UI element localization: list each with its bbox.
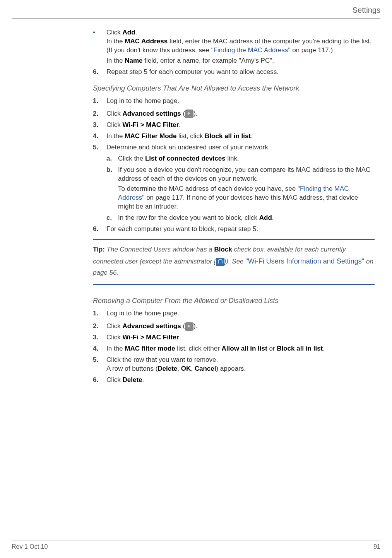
bold-text: Wi-Fi > MAC Filter [123, 334, 179, 341]
substep-marker: c. [106, 214, 118, 223]
step-number: 4. [93, 344, 106, 353]
step-3c: 3. Click Wi-Fi > MAC Filter. [93, 333, 375, 342]
text: Click the [118, 155, 145, 162]
text: list, click [176, 132, 205, 140]
text: The Connected Users window has a [107, 246, 214, 253]
text: . [135, 29, 137, 36]
step-number: 6. [93, 376, 106, 385]
text: field, enter a name, for example "Amy's … [143, 57, 274, 64]
bold-text: MAC Address [125, 38, 168, 45]
text: ( [181, 110, 185, 117]
footer-page-number: 91 [373, 543, 380, 550]
step-number: 2. [93, 110, 106, 118]
step-number: 6. [93, 225, 106, 234]
text: Click the row that you want to remove. [106, 356, 375, 365]
paragraph: In the MAC Address field, enter the MAC … [106, 37, 375, 55]
bold-text: MAC Filter Mode [125, 132, 176, 140]
bold-text: Add [259, 214, 272, 221]
step-body: Determine and block an undesired user of… [106, 143, 375, 152]
footer-revision: Rev 1 Oct.10 [12, 543, 48, 550]
page-footer: Rev 1 Oct.10 91 [12, 541, 380, 550]
bold-text: Allow all in list [222, 345, 267, 352]
text: on page 117.) [291, 46, 333, 54]
bold-text: Delete [157, 365, 177, 372]
step-number: 4. [93, 132, 106, 141]
text: Click [106, 376, 123, 383]
text: In the row for the device you want to bl… [118, 214, 259, 221]
step-5: 5. Determine and block an undesired user… [93, 143, 375, 152]
step-body: Click Advanced settings (). [106, 110, 375, 118]
bold-text: Block all in list [205, 132, 251, 140]
step-body: Click Delete. [106, 376, 375, 385]
step-number: 5. [93, 356, 106, 373]
tip-rule-bottom [93, 284, 375, 285]
paragraph: In the Name field, enter a name, for exa… [106, 56, 375, 65]
step-4c: 4. In the MAC filter mode list, click ei… [93, 344, 375, 353]
text: In the [106, 132, 125, 140]
step-body: Log in to the home page. [106, 97, 375, 106]
subheading-not-allowed: Specifying Computers That Are Not Allowe… [93, 84, 375, 93]
bold-text: Wi-Fi > MAC Filter [123, 121, 179, 128]
text: Click [106, 334, 123, 341]
step-body: For each computer you want to block, rep… [106, 225, 375, 234]
text: . [142, 376, 144, 383]
text: Click [106, 121, 123, 128]
footer-rule [12, 541, 380, 541]
text: or [267, 345, 277, 352]
text: . [272, 214, 274, 221]
bold-text: MAC filter mode [125, 345, 175, 352]
text: In the [106, 57, 125, 64]
text: In the [106, 38, 125, 45]
admin-icon [216, 258, 224, 266]
bold-text: Block all in list [277, 345, 323, 352]
wrench-icon [185, 322, 193, 331]
step-number: 3. [93, 333, 106, 342]
text: ). [193, 110, 197, 117]
text: To determine the MAC address of each dev… [118, 185, 298, 192]
step-body: In the MAC Filter Mode list, click Block… [106, 132, 375, 141]
bold-text: Cancel [195, 365, 216, 372]
substep-a: a. Click the List of connected devices l… [106, 154, 375, 163]
text: . [251, 132, 253, 140]
substep-marker: a. [106, 154, 118, 163]
step-4: 4. In the MAC Filter Mode list, click Bl… [93, 132, 375, 141]
cross-reference-link[interactable]: "Finding the MAC Address" [211, 46, 291, 54]
step-6c: 6. Click Delete. [93, 376, 375, 385]
sub-steps: a. Click the List of connected devices l… [106, 154, 375, 223]
step-2: 2. Click Advanced settings (). [93, 110, 375, 118]
paragraph: If you see a device you don't recognize,… [118, 166, 375, 183]
tip-label: Tip: [93, 246, 107, 253]
page: Settings • Click Add. In the MAC Address… [0, 0, 392, 558]
step-1c: 1. Log in to the home page. [93, 309, 375, 318]
substep-body: Click the List of connected devices link… [118, 154, 375, 163]
bullet-item: • Click Add. In the MAC Address field, e… [93, 28, 375, 65]
bold-text: Advanced settings [123, 322, 181, 330]
substep-body: If you see a device you don't recognize,… [118, 166, 375, 212]
bold-text: OK [181, 365, 191, 372]
cross-reference-link[interactable]: "Wi-Fi Users Information and Settings" [245, 257, 364, 265]
tip-block: Tip: The Connected Users window has a Bl… [93, 244, 375, 279]
text: Click [106, 29, 123, 36]
subheading-removing: Removing a Computer From the Allowed or … [93, 296, 375, 305]
text: . [179, 121, 181, 128]
text: list, click either [175, 345, 222, 352]
step-2c: 2. Click Advanced settings (). [93, 322, 375, 331]
step-body: Repeat step 5 for each computer you want… [106, 68, 375, 77]
step-6b: 6. For each computer you want to block, … [93, 225, 375, 234]
header-rule [12, 18, 380, 19]
step-number: 3. [93, 121, 106, 130]
text: on page 117. If none of your devices hav… [118, 194, 358, 210]
paragraph: A row of buttons (Delete, OK, Cancel) ap… [106, 365, 375, 373]
step-5c: 5. Click the row that you want to remove… [93, 356, 375, 373]
substep-c: c. In the row for the device you want to… [106, 214, 375, 223]
step-6: 6. Repeat step 5 for each computer you w… [93, 68, 375, 77]
substep-b: b. If you see a device you don't recogni… [106, 166, 375, 212]
substep-body: In the row for the device you want to bl… [118, 214, 375, 223]
step-number: 5. [93, 143, 106, 152]
step-number: 2. [93, 322, 106, 331]
text: link. [226, 155, 239, 162]
bullet-marker: • [93, 28, 106, 65]
step-body: Click Advanced settings (). [106, 322, 375, 331]
step-body: Click Wi-Fi > MAC Filter. [106, 333, 375, 342]
text: , [177, 365, 181, 372]
